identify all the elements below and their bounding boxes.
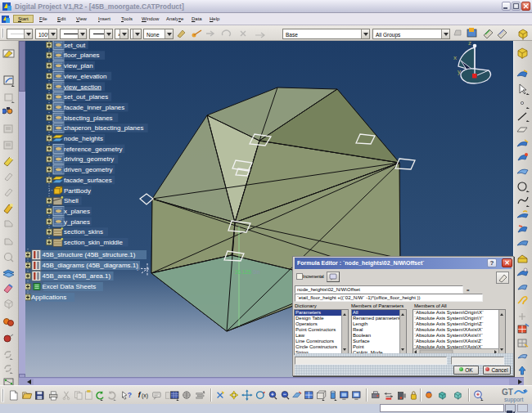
svg-text:Excel Data Sheets: Excel Data Sheets [43,283,97,290]
svg-text:chaperon_bisecting_planes: chaperon_bisecting_planes [64,124,143,132]
svg-text:node_heights: node_heights [64,135,103,142]
svg-text:view_elevation: view_elevation [64,73,106,80]
svg-text:facade_surfaces: facade_surfaces [64,177,112,184]
svg-text:Applications: Applications [31,294,66,301]
svg-text:45B_diagrams (45B_diagrams.1): 45B_diagrams (45B_diagrams.1) [43,262,139,269]
svg-text:45B_area (45B_area.1): 45B_area (45B_area.1) [43,272,111,280]
svg-text:PartBody: PartBody [64,187,91,195]
svg-text:y_planes: y_planes [64,218,90,226]
svg-text:floor_planes: floor_planes [64,52,100,59]
svg-text:bisecting_planes: bisecting_planes [64,114,113,122]
svg-text:section_skin_middle: section_skin_middle [64,239,124,246]
svg-text:(x): (x) [142,393,148,399]
svg-text:y: y [458,68,461,75]
svg-text:0in: 0in [253,269,260,275]
svg-text:driving_geometry: driving_geometry [64,155,114,163]
svg-text:view_section: view_section [64,83,101,91]
svg-text:26.125: 26.125 [235,269,251,275]
svg-text:driven_geometry: driven_geometry [64,166,113,173]
svg-text:reference_geometry: reference_geometry [64,146,123,153]
svg-text:Shell: Shell [64,197,79,204]
svg-text:set_out: set_out [64,42,86,49]
svg-text:facade_inner_planes: facade_inner_planes [64,104,124,111]
svg-text:x_planes: x_planes [64,208,90,215]
svg-text:?: ? [128,391,132,399]
svg-text:set_out_planes: set_out_planes [64,93,108,101]
svg-text:45B_structure (45B_structure.1: 45B_structure (45B_structure.1) [43,251,136,258]
svg-text:x: x [453,54,457,61]
svg-text:section_skins: section_skins [64,228,103,236]
svg-text:z: z [468,41,471,47]
svg-text:view_plan: view_plan [64,62,93,70]
